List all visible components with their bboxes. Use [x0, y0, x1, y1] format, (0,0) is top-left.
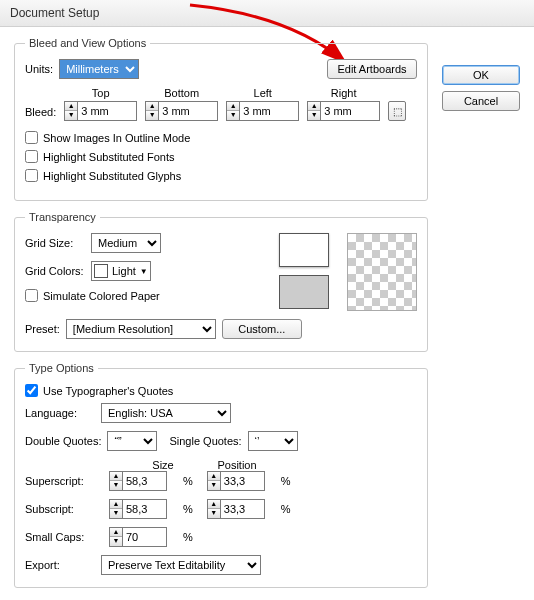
- cancel-button[interactable]: Cancel: [442, 91, 520, 111]
- typographers-quotes-checkbox[interactable]: [25, 384, 38, 397]
- single-quotes-label: Single Quotes:: [169, 435, 241, 447]
- bleed-top-input[interactable]: [77, 101, 137, 121]
- language-select[interactable]: English: USA: [101, 403, 231, 423]
- small-caps-spinner[interactable]: ▲▼: [109, 527, 122, 547]
- small-caps-label: Small Caps:: [25, 531, 95, 543]
- subscript-size-spinner[interactable]: ▲▼: [109, 499, 122, 519]
- type-legend: Type Options: [25, 362, 98, 374]
- transparency-legend: Transparency: [25, 211, 100, 223]
- superscript-pos-input[interactable]: [220, 471, 265, 491]
- preset-label: Preset:: [25, 323, 60, 335]
- simulate-paper-checkbox[interactable]: [25, 289, 38, 302]
- highlight-fonts-checkbox[interactable]: [25, 150, 38, 163]
- subscript-label: Subscript:: [25, 503, 95, 515]
- export-label: Export:: [25, 559, 95, 571]
- simulate-paper-label: Simulate Colored Paper: [43, 290, 160, 302]
- units-label: Units:: [25, 63, 53, 75]
- bleed-label: Bleed:: [25, 106, 56, 121]
- bleed-bottom-input[interactable]: [158, 101, 218, 121]
- single-quotes-select[interactable]: ‘’: [248, 431, 298, 451]
- superscript-label: Superscript:: [25, 475, 95, 487]
- custom-button[interactable]: Custom...: [222, 319, 302, 339]
- export-select[interactable]: Preserve Text Editability: [101, 555, 261, 575]
- double-quotes-label: Double Quotes:: [25, 435, 101, 447]
- double-quotes-select[interactable]: “”: [107, 431, 157, 451]
- bleed-view-group: Bleed and View Options Units: Millimeter…: [14, 37, 428, 201]
- superscript-size-spinner[interactable]: ▲▼: [109, 471, 122, 491]
- bleed-right-spinner[interactable]: ▲▼: [307, 101, 320, 121]
- typographers-quotes-label: Use Typographer's Quotes: [43, 385, 173, 397]
- grid-size-select[interactable]: Medium: [91, 233, 161, 253]
- type-options-group: Type Options Use Typographer's Quotes La…: [14, 362, 428, 588]
- subscript-pos-spinner[interactable]: ▲▼: [207, 499, 220, 519]
- position-header: Position: [207, 459, 267, 471]
- bleed-right-label: Right: [331, 87, 357, 99]
- bleed-bottom-spinner[interactable]: ▲▼: [145, 101, 158, 121]
- grid-size-label: Grid Size:: [25, 237, 85, 249]
- size-header: Size: [133, 459, 193, 471]
- small-caps-input[interactable]: [122, 527, 167, 547]
- grid-colors-select[interactable]: Light▼: [91, 261, 151, 281]
- language-label: Language:: [25, 407, 95, 419]
- highlight-glyphs-checkbox[interactable]: [25, 169, 38, 182]
- highlight-fonts-label: Highlight Substituted Fonts: [43, 151, 174, 163]
- transparency-group: Transparency Grid Size:Medium Grid Color…: [14, 211, 428, 352]
- bleed-bottom-label: Bottom: [164, 87, 199, 99]
- highlight-glyphs-label: Highlight Substituted Glyphs: [43, 170, 181, 182]
- link-bleed-icon[interactable]: ⬚: [388, 101, 406, 121]
- units-select[interactable]: Millimeters: [59, 59, 139, 79]
- outline-mode-label: Show Images In Outline Mode: [43, 132, 190, 144]
- checker-preview: [347, 233, 417, 311]
- subscript-pos-input[interactable]: [220, 499, 265, 519]
- window-title: Document Setup: [0, 0, 534, 27]
- edit-artboards-button[interactable]: Edit Artboards: [327, 59, 417, 79]
- preset-select[interactable]: [Medium Resolution]: [66, 319, 216, 339]
- white-swatch[interactable]: [279, 233, 329, 267]
- bleed-top-spinner[interactable]: ▲▼: [64, 101, 77, 121]
- bleed-top-label: Top: [92, 87, 110, 99]
- bleed-left-label: Left: [254, 87, 272, 99]
- outline-mode-checkbox[interactable]: [25, 131, 38, 144]
- bleed-legend: Bleed and View Options: [25, 37, 150, 49]
- superscript-pos-spinner[interactable]: ▲▼: [207, 471, 220, 491]
- superscript-size-input[interactable]: [122, 471, 167, 491]
- bleed-left-spinner[interactable]: ▲▼: [226, 101, 239, 121]
- bleed-right-input[interactable]: [320, 101, 380, 121]
- gray-swatch[interactable]: [279, 275, 329, 309]
- ok-button[interactable]: OK: [442, 65, 520, 85]
- grid-colors-label: Grid Colors:: [25, 265, 85, 277]
- bleed-left-input[interactable]: [239, 101, 299, 121]
- subscript-size-input[interactable]: [122, 499, 167, 519]
